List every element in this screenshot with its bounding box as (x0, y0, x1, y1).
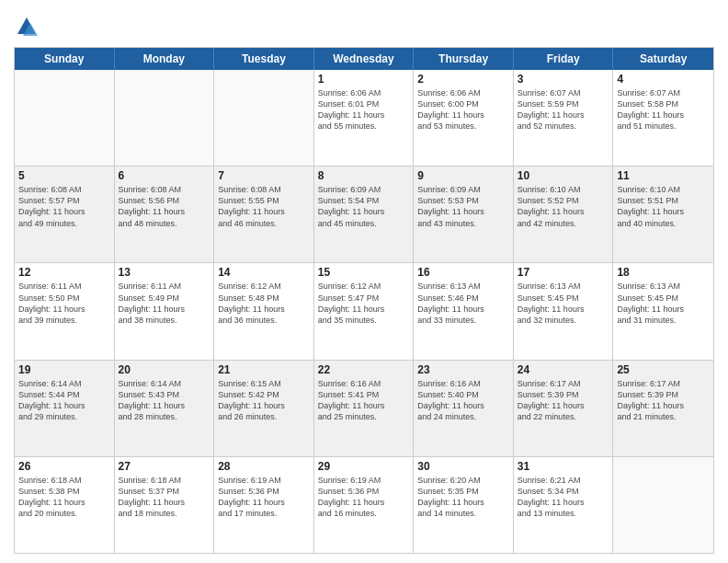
calendar-header: SundayMondayTuesdayWednesdayThursdayFrid… (15, 48, 713, 70)
day-number: 7 (218, 169, 310, 182)
day-number: 22 (318, 363, 410, 376)
header-day-friday: Friday (514, 48, 614, 70)
day-number: 12 (18, 266, 110, 279)
page: SundayMondayTuesdayWednesdayThursdayFrid… (0, 0, 728, 563)
calendar-cell-5: 5Sunrise: 6:08 AM Sunset: 5:57 PM Daylig… (15, 167, 115, 262)
calendar-cell-22: 22Sunrise: 6:16 AM Sunset: 5:41 PM Dayli… (314, 361, 415, 456)
day-info: Sunrise: 6:16 AM Sunset: 5:40 PM Dayligh… (417, 378, 509, 423)
day-number: 4 (617, 73, 710, 86)
calendar-cell-18: 18Sunrise: 6:13 AM Sunset: 5:45 PM Dayli… (613, 263, 713, 359)
calendar-cell-15: 15Sunrise: 6:12 AM Sunset: 5:47 PM Dayli… (314, 263, 415, 359)
calendar-cell-8: 8Sunrise: 6:09 AM Sunset: 5:54 PM Daylig… (314, 167, 415, 262)
calendar-cell-7: 7Sunrise: 6:08 AM Sunset: 5:55 PM Daylig… (214, 167, 314, 262)
calendar-cell-21: 21Sunrise: 6:15 AM Sunset: 5:42 PM Dayli… (214, 361, 314, 456)
calendar-cell-4: 4Sunrise: 6:07 AM Sunset: 5:58 PM Daylig… (613, 70, 713, 166)
day-number: 30 (417, 460, 509, 473)
day-number: 19 (18, 363, 110, 376)
day-number: 9 (417, 169, 509, 182)
logo-icon (14, 14, 40, 40)
day-info: Sunrise: 6:12 AM Sunset: 5:48 PM Dayligh… (218, 281, 310, 326)
calendar-cell-11: 11Sunrise: 6:10 AM Sunset: 5:51 PM Dayli… (613, 167, 713, 262)
header-day-tuesday: Tuesday (214, 48, 314, 70)
day-info: Sunrise: 6:11 AM Sunset: 5:50 PM Dayligh… (18, 281, 110, 326)
header-day-sunday: Sunday (15, 48, 115, 70)
calendar-cell-empty (613, 457, 713, 553)
calendar-row-0: 1Sunrise: 6:06 AM Sunset: 6:01 PM Daylig… (15, 70, 713, 167)
calendar-cell-30: 30Sunrise: 6:20 AM Sunset: 5:35 PM Dayli… (414, 457, 514, 553)
day-number: 23 (417, 363, 509, 376)
calendar-row-1: 5Sunrise: 6:08 AM Sunset: 5:57 PM Daylig… (15, 167, 713, 263)
day-number: 13 (119, 266, 210, 279)
day-info: Sunrise: 6:09 AM Sunset: 5:54 PM Dayligh… (318, 184, 410, 229)
calendar-cell-25: 25Sunrise: 6:17 AM Sunset: 5:39 PM Dayli… (613, 361, 713, 456)
day-number: 28 (218, 460, 310, 473)
day-info: Sunrise: 6:08 AM Sunset: 5:55 PM Dayligh… (218, 184, 310, 229)
header-day-saturday: Saturday (613, 48, 713, 70)
day-info: Sunrise: 6:10 AM Sunset: 5:52 PM Dayligh… (518, 184, 609, 229)
day-info: Sunrise: 6:19 AM Sunset: 5:36 PM Dayligh… (218, 475, 310, 520)
calendar-cell-16: 16Sunrise: 6:13 AM Sunset: 5:46 PM Dayli… (414, 263, 514, 359)
calendar-cell-empty (15, 70, 115, 166)
logo (14, 14, 43, 40)
day-info: Sunrise: 6:13 AM Sunset: 5:45 PM Dayligh… (617, 281, 710, 326)
day-info: Sunrise: 6:06 AM Sunset: 6:00 PM Dayligh… (417, 87, 509, 132)
day-info: Sunrise: 6:09 AM Sunset: 5:53 PM Dayligh… (417, 184, 509, 229)
day-number: 16 (417, 266, 509, 279)
day-number: 29 (318, 460, 410, 473)
day-number: 10 (518, 169, 609, 182)
calendar-row-2: 12Sunrise: 6:11 AM Sunset: 5:50 PM Dayli… (15, 263, 713, 360)
day-info: Sunrise: 6:14 AM Sunset: 5:43 PM Dayligh… (119, 378, 210, 423)
calendar-cell-23: 23Sunrise: 6:16 AM Sunset: 5:40 PM Dayli… (414, 361, 514, 456)
calendar-cell-29: 29Sunrise: 6:19 AM Sunset: 5:36 PM Dayli… (314, 457, 415, 553)
day-info: Sunrise: 6:11 AM Sunset: 5:49 PM Dayligh… (119, 281, 210, 326)
day-number: 6 (119, 169, 210, 182)
day-info: Sunrise: 6:10 AM Sunset: 5:51 PM Dayligh… (617, 184, 710, 229)
day-number: 8 (318, 169, 410, 182)
day-info: Sunrise: 6:12 AM Sunset: 5:47 PM Dayligh… (318, 281, 410, 326)
day-info: Sunrise: 6:19 AM Sunset: 5:36 PM Dayligh… (318, 475, 410, 520)
day-number: 17 (518, 266, 609, 279)
day-info: Sunrise: 6:13 AM Sunset: 5:45 PM Dayligh… (518, 281, 609, 326)
day-number: 3 (518, 73, 609, 86)
day-info: Sunrise: 6:08 AM Sunset: 5:57 PM Dayligh… (18, 184, 110, 229)
calendar-cell-2: 2Sunrise: 6:06 AM Sunset: 6:00 PM Daylig… (414, 70, 514, 166)
day-info: Sunrise: 6:14 AM Sunset: 5:44 PM Dayligh… (18, 378, 110, 423)
day-info: Sunrise: 6:08 AM Sunset: 5:56 PM Dayligh… (119, 184, 210, 229)
day-info: Sunrise: 6:18 AM Sunset: 5:38 PM Dayligh… (18, 475, 110, 520)
day-number: 20 (119, 363, 210, 376)
day-info: Sunrise: 6:07 AM Sunset: 5:58 PM Dayligh… (617, 87, 710, 132)
calendar-row-4: 26Sunrise: 6:18 AM Sunset: 5:38 PM Dayli… (15, 457, 713, 553)
day-info: Sunrise: 6:13 AM Sunset: 5:46 PM Dayligh… (417, 281, 509, 326)
calendar-cell-10: 10Sunrise: 6:10 AM Sunset: 5:52 PM Dayli… (514, 167, 614, 262)
calendar-cell-6: 6Sunrise: 6:08 AM Sunset: 5:56 PM Daylig… (115, 167, 215, 262)
day-number: 31 (518, 460, 609, 473)
day-number: 14 (218, 266, 310, 279)
day-number: 26 (18, 460, 110, 473)
header-day-wednesday: Wednesday (314, 48, 415, 70)
day-info: Sunrise: 6:17 AM Sunset: 5:39 PM Dayligh… (617, 378, 710, 423)
calendar-cell-3: 3Sunrise: 6:07 AM Sunset: 5:59 PM Daylig… (514, 70, 614, 166)
day-number: 18 (617, 266, 710, 279)
calendar-cell-31: 31Sunrise: 6:21 AM Sunset: 5:34 PM Dayli… (514, 457, 614, 553)
calendar: SundayMondayTuesdayWednesdayThursdayFrid… (14, 47, 714, 554)
calendar-cell-27: 27Sunrise: 6:18 AM Sunset: 5:37 PM Dayli… (115, 457, 215, 553)
calendar-cell-1: 1Sunrise: 6:06 AM Sunset: 6:01 PM Daylig… (314, 70, 415, 166)
header-day-thursday: Thursday (414, 48, 514, 70)
day-number: 11 (617, 169, 710, 182)
day-info: Sunrise: 6:16 AM Sunset: 5:41 PM Dayligh… (318, 378, 410, 423)
day-info: Sunrise: 6:15 AM Sunset: 5:42 PM Dayligh… (218, 378, 310, 423)
day-info: Sunrise: 6:18 AM Sunset: 5:37 PM Dayligh… (119, 475, 210, 520)
calendar-cell-14: 14Sunrise: 6:12 AM Sunset: 5:48 PM Dayli… (214, 263, 314, 359)
day-number: 21 (218, 363, 310, 376)
calendar-cell-20: 20Sunrise: 6:14 AM Sunset: 5:43 PM Dayli… (115, 361, 215, 456)
day-number: 25 (617, 363, 710, 376)
calendar-cell-19: 19Sunrise: 6:14 AM Sunset: 5:44 PM Dayli… (15, 361, 115, 456)
calendar-cell-26: 26Sunrise: 6:18 AM Sunset: 5:38 PM Dayli… (15, 457, 115, 553)
day-info: Sunrise: 6:21 AM Sunset: 5:34 PM Dayligh… (518, 475, 609, 520)
day-number: 5 (18, 169, 110, 182)
day-info: Sunrise: 6:17 AM Sunset: 5:39 PM Dayligh… (518, 378, 609, 423)
calendar-body: 1Sunrise: 6:06 AM Sunset: 6:01 PM Daylig… (15, 70, 713, 553)
calendar-cell-28: 28Sunrise: 6:19 AM Sunset: 5:36 PM Dayli… (214, 457, 314, 553)
day-number: 15 (318, 266, 410, 279)
day-number: 27 (119, 460, 210, 473)
